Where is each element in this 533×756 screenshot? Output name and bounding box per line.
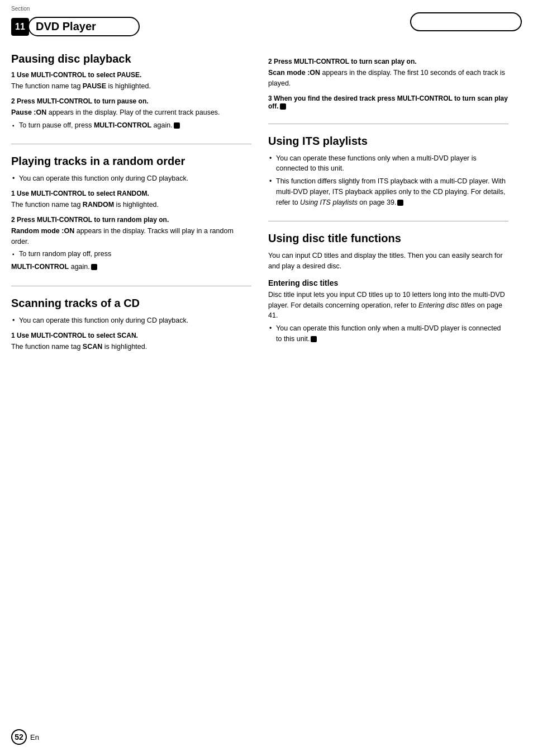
scan-step3-heading: 3 When you find the desired track press … bbox=[268, 94, 508, 110]
random-bold: RANDOM bbox=[83, 201, 114, 209]
left-column: Pausing disc playback 1 Use MULTI-CONTRO… bbox=[11, 52, 251, 365]
header-left: 11 DVD Player bbox=[11, 17, 140, 36]
random-multi-control-bold: MULTI-CONTROL bbox=[11, 263, 69, 271]
its-bullet2: This function differs slightly from ITS … bbox=[268, 176, 508, 207]
its-italic: Using ITS playlists bbox=[300, 199, 358, 206]
random-mode-on-bold: Random mode :ON bbox=[11, 227, 74, 235]
header: 11 DVD Player bbox=[0, 0, 533, 41]
random-step2-text: Random mode :ON appears in the display. … bbox=[11, 226, 251, 247]
pausing-step2-text: Pause :ON appears in the display. Play o… bbox=[11, 107, 251, 118]
pausing-step1-text: The function name tag PAUSE is highlight… bbox=[11, 81, 251, 92]
random-title: Playing tracks in a random order bbox=[11, 154, 251, 168]
its-title: Using ITS playlists bbox=[268, 134, 508, 148]
stop-icon-1 bbox=[174, 122, 180, 129]
pausing-section: Pausing disc playback 1 Use MULTI-CONTRO… bbox=[11, 52, 251, 130]
scan-step2-heading: 2 Press MULTI-CONTROL to turn scan play … bbox=[268, 58, 508, 65]
its-section: Using ITS playlists You can operate thes… bbox=[268, 134, 508, 208]
pause-on-bold: Pause :ON bbox=[11, 108, 46, 116]
stop-icon-3 bbox=[280, 103, 286, 110]
scanning-cont-section: 2 Press MULTI-CONTROL to turn scan play … bbox=[268, 58, 508, 110]
scanning-step1-heading: 1 Use MULTI-CONTROL to select SCAN. bbox=[11, 332, 251, 339]
scanning-step1-text: The function name tag SCAN is highlighte… bbox=[11, 342, 251, 352]
disc-title-main-title: Using disc title functions bbox=[268, 231, 508, 245]
divider-1 bbox=[11, 144, 251, 144]
random-step1-heading: 1 Use MULTI-CONTROL to select RANDOM. bbox=[11, 190, 251, 197]
page-lang: En bbox=[30, 733, 39, 741]
entering-disc-text: Disc title input lets you input CD title… bbox=[268, 290, 508, 321]
section-label: Section bbox=[11, 6, 30, 12]
random-step2-heading: 2 Press MULTI-CONTROL to turn random pla… bbox=[11, 216, 251, 224]
scan-mode-on-bold: Scan mode :ON bbox=[268, 69, 320, 77]
right-column: 2 Press MULTI-CONTROL to turn scan play … bbox=[268, 52, 508, 365]
content: Pausing disc playback 1 Use MULTI-CONTRO… bbox=[0, 41, 533, 376]
header-right-box bbox=[410, 12, 522, 31]
pausing-title: Pausing disc playback bbox=[11, 52, 251, 65]
section-badge: 11 bbox=[11, 18, 29, 36]
divider-2 bbox=[11, 286, 251, 286]
random-section: Playing tracks in a random order You can… bbox=[11, 154, 251, 272]
pausing-step2-heading: 2 Press MULTI-CONTROL to turn pause on. bbox=[11, 97, 251, 105]
disc-title-bullet1: You can operate this function only when … bbox=[268, 323, 508, 344]
entering-disc-subtitle: Entering disc titles bbox=[268, 278, 508, 287]
entering-disc-italic: Entering disc titles bbox=[418, 301, 475, 309]
pausing-multi-control-bold: MULTI-CONTROL bbox=[94, 121, 151, 129]
random-step1-text: The function name tag RANDOM is highligh… bbox=[11, 200, 251, 210]
divider-4 bbox=[268, 221, 508, 221]
random-bullet1: You can operate this function only durin… bbox=[11, 173, 251, 184]
random-step2-cont: MULTI-CONTROL again. bbox=[11, 262, 251, 272]
pausing-step1-heading: 1 Use MULTI-CONTROL to select PAUSE. bbox=[11, 71, 251, 79]
random-bullet2: To turn random play off, press bbox=[11, 249, 251, 259]
page-number: 52 bbox=[11, 729, 27, 745]
page-container: Section 11 DVD Player Pausing disc playb… bbox=[0, 0, 533, 756]
its-bullet1: You can operate these functions only whe… bbox=[268, 153, 508, 174]
divider-3 bbox=[268, 124, 508, 124]
stop-icon-2 bbox=[91, 264, 97, 270]
scanning-title: Scanning tracks of a CD bbox=[11, 296, 251, 310]
pausing-step2-heading-bold: 2 Press MULTI-CONTROL to turn pause on. bbox=[11, 97, 149, 105]
header-title: DVD Player bbox=[28, 17, 140, 36]
scanning-section: Scanning tracks of a CD You can operate … bbox=[11, 296, 251, 352]
scan-step2-text: Scan mode :ON appears in the display. Th… bbox=[268, 68, 508, 89]
scan-bold: SCAN bbox=[83, 343, 102, 351]
stop-icon-5 bbox=[311, 336, 317, 342]
scanning-bullet1: You can operate this function only durin… bbox=[11, 315, 251, 326]
footer: 52 En bbox=[11, 729, 39, 745]
stop-icon-4 bbox=[397, 200, 403, 206]
pausing-pause-bold: PAUSE bbox=[83, 82, 106, 90]
disc-title-section: Using disc title functions You can input… bbox=[268, 231, 508, 344]
disc-title-intro: You can input CD titles and display the … bbox=[268, 251, 508, 272]
pausing-bullet: To turn pause off, press MULTI-CONTROL a… bbox=[11, 120, 251, 131]
